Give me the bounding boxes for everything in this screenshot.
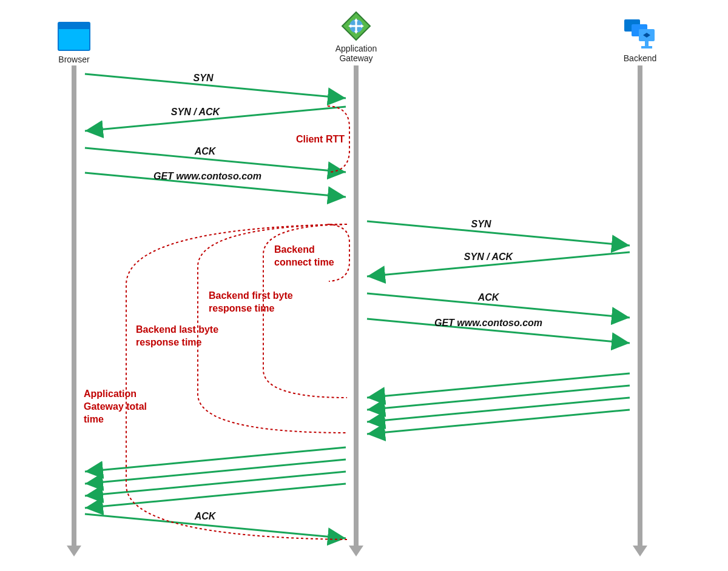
sequence-diagram: Browser Application Gateway Backend bbox=[0, 0, 728, 571]
metric-backend-first-byte: Backend first byte response time bbox=[209, 290, 312, 315]
label-backend-syn: SYN bbox=[471, 219, 491, 229]
label-client-synack: SYN / ACK bbox=[171, 107, 221, 117]
arrow-backend-resp-1 bbox=[367, 373, 630, 398]
arrow-backend-resp-4 bbox=[367, 410, 630, 434]
arrow-backend-resp-2 bbox=[367, 386, 630, 410]
label-client-final-ack: ACK bbox=[194, 511, 217, 521]
metric-backend-connect: Backend connect time bbox=[274, 244, 347, 269]
metric-agw-total: Application Gateway total time bbox=[84, 388, 163, 426]
arrow-backend-syn bbox=[367, 221, 630, 245]
label-client-syn: SYN bbox=[194, 73, 214, 83]
label-backend-ack: ACK bbox=[477, 292, 500, 302]
arrow-client-resp-4 bbox=[85, 484, 346, 508]
arrow-backend-resp-3 bbox=[367, 398, 630, 422]
label-client-ack: ACK bbox=[194, 146, 217, 156]
metric-agw-total-bracket bbox=[126, 224, 347, 539]
arrow-client-resp-3 bbox=[85, 472, 346, 496]
label-backend-synack: SYN / ACK bbox=[464, 252, 514, 262]
arrow-client-syn bbox=[85, 74, 346, 98]
arrows-layer: SYN SYN / ACK ACK GET www.contoso.com SY… bbox=[0, 0, 728, 571]
label-backend-get: GET www.contoso.com bbox=[434, 318, 542, 328]
arrow-client-resp-1 bbox=[85, 447, 346, 472]
metric-client-rtt: Client RTT bbox=[296, 133, 345, 146]
label-client-get: GET www.contoso.com bbox=[153, 171, 261, 181]
metric-backend-last-byte: Backend last byte response time bbox=[136, 324, 233, 349]
arrow-client-resp-2 bbox=[85, 459, 346, 484]
